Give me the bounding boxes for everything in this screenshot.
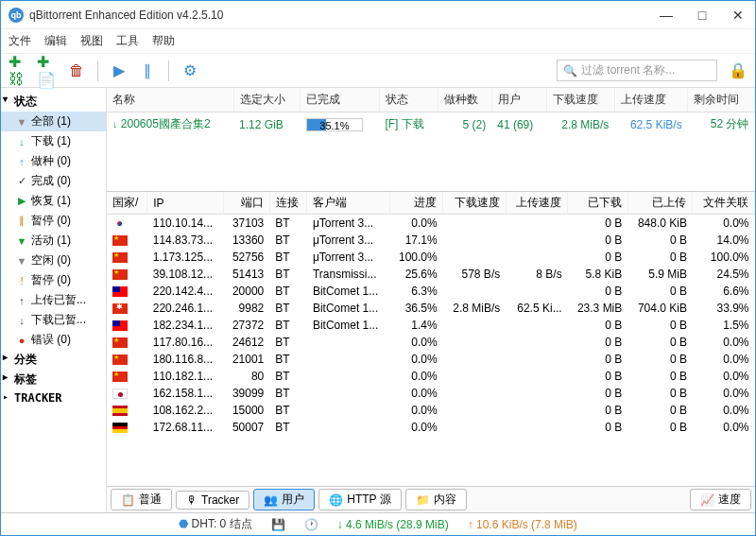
peer-row[interactable]: 114.83.73... 13360 BT μTorrent 3... 17.1… [107, 232, 755, 249]
th-done[interactable]: 已完成 [301, 88, 380, 112]
menu-help[interactable]: 帮助 [152, 33, 175, 49]
th-dlspeed[interactable]: 下载速度 [546, 88, 614, 112]
th-eta[interactable]: 剩余时间 [688, 88, 755, 112]
sidebar-group-tracker[interactable]: TRACKER [1, 389, 106, 406]
peer-row[interactable]: 220.142.4... 20000 BT BitComet 1... 6.3%… [107, 283, 755, 300]
torrent-status: [F] 下载 [379, 112, 438, 137]
th-dlspeed[interactable]: 下载速度 [443, 192, 507, 215]
close-button[interactable]: ✕ [729, 8, 747, 23]
torrent-row[interactable]: ↓ 200605國產合集2 1.12 GiB 35.1% [F] 下载 5 (2… [107, 112, 755, 137]
sidebar-group-category[interactable]: 分类 [1, 350, 106, 370]
th-country[interactable]: 国家/ [107, 192, 147, 215]
sidebar-item[interactable]: ∥暂停 (0) [1, 211, 106, 231]
resume-button[interactable]: ▶ [108, 60, 130, 82]
menu-file[interactable]: 文件 [9, 33, 31, 49]
peer-ulspeed [506, 317, 567, 334]
tab-tracker-label: Tracker [201, 493, 239, 507]
maximize-button[interactable]: □ [693, 8, 712, 23]
peer-row[interactable]: 108.162.2... 15000 BT 0.0% 0 B 0 B 0.0% [107, 402, 755, 419]
add-file-button[interactable]: ✚📄 [37, 60, 60, 82]
tab-speed[interactable]: 📈速度 [690, 489, 751, 510]
peer-conn: BT [269, 283, 307, 300]
search-icon: 🔍 [563, 64, 577, 78]
status-download[interactable]: ↓ 4.6 MiB/s (28.9 MiB) [337, 518, 449, 531]
tab-http[interactable]: 🌐HTTP 源 [318, 489, 401, 510]
menu-view[interactable]: 视图 [80, 33, 103, 49]
peer-row[interactable]: 172.68.11... 50007 BT 0.0% 0 B 0 B 0.0% [107, 419, 755, 436]
flag-icon [112, 423, 128, 433]
sidebar-item[interactable]: ✓完成 (0) [1, 171, 106, 191]
sidebar-item[interactable]: !暂停 (0) [1, 270, 106, 290]
peer-ulspeed [506, 351, 567, 368]
peer-row[interactable]: 110.10.14... 37103 BT μTorrent 3... 0.0%… [107, 215, 755, 233]
th-relevance[interactable]: 文件关联 [693, 192, 755, 215]
sidebar-item[interactable]: ●错误 (0) [1, 330, 106, 350]
lock-icon[interactable]: 🔒 [729, 61, 747, 79]
status-upload[interactable]: ↑ 10.6 KiB/s (7.8 MiB) [468, 518, 577, 531]
peer-row[interactable]: 110.182.1... 80 BT 0.0% 0 B 0 B 0.0% [107, 368, 755, 385]
status-dht[interactable]: ⬣ DHT: 0 结点 [179, 516, 251, 532]
filter-input[interactable]: 🔍 过滤 torrent 名称... [557, 60, 717, 81]
sidebar-item[interactable]: ▼活动 (1) [1, 231, 106, 251]
peer-uploaded: 0 B [627, 334, 693, 351]
peer-row[interactable]: 1.173.125... 52756 BT μTorrent 3... 100.… [107, 249, 755, 266]
tab-peers[interactable]: 👥用户 [253, 489, 315, 510]
th-progress[interactable]: 进度 [389, 192, 443, 215]
peer-row[interactable]: 220.246.1... 9982 BT BitComet 1... 36.5%… [107, 300, 755, 317]
th-conn[interactable]: 连接 [269, 192, 307, 215]
peer-progress: 0.0% [389, 385, 443, 402]
sidebar-group-status[interactable]: 状态 [1, 92, 106, 112]
peer-uploaded: 0 B [627, 351, 693, 368]
peer-row[interactable]: 39.108.12... 51413 BT Transmissi... 25.6… [107, 266, 755, 283]
th-peers[interactable]: 用户 [491, 88, 546, 112]
flag-icon [112, 337, 128, 348]
peer-row[interactable]: 117.80.16... 24612 BT 0.0% 0 B 0 B 0.0% [107, 334, 755, 351]
peer-row[interactable]: 180.116.8... 21001 BT 0.0% 0 B 0 B 0.0% [107, 351, 755, 368]
peer-row[interactable]: 182.234.1... 27372 BT BitComet 1... 1.4%… [107, 317, 755, 334]
status-icon: ▼ [16, 235, 27, 247]
sidebar-item-label: 下载已暂... [31, 312, 86, 328]
torrent-progress: 35.1% [301, 112, 380, 137]
th-status[interactable]: 状态 [379, 88, 438, 112]
app-logo-icon: qb [9, 8, 24, 23]
th-uploaded[interactable]: 已上传 [627, 192, 693, 215]
sidebar-item[interactable]: ↓下载 (1) [1, 131, 106, 151]
settings-button[interactable]: ⚙ [179, 60, 201, 82]
sidebar-item[interactable]: ↑做种 (0) [1, 151, 106, 171]
tab-general[interactable]: 📋普通 [111, 489, 172, 510]
sidebar-item[interactable]: ↑上传已暂... [1, 290, 106, 310]
delete-button[interactable]: 🗑 [65, 60, 88, 82]
th-client[interactable]: 客户端 [307, 192, 389, 215]
tab-content[interactable]: 📁内容 [405, 489, 467, 510]
th-ip[interactable]: IP [147, 192, 224, 215]
sidebar-item[interactable]: ▶恢复 (1) [1, 191, 106, 211]
th-seeds[interactable]: 做种数 [438, 88, 491, 112]
add-link-button[interactable]: ✚⛓ [9, 60, 31, 82]
status-icon: ! [16, 275, 27, 286]
peer-row[interactable]: 162.158.1... 39099 BT 0.0% 0 B 0 B 0.0% [107, 385, 755, 402]
pause-button[interactable]: ∥ [136, 60, 159, 82]
menu-tools[interactable]: 工具 [116, 33, 139, 49]
peer-flag [107, 419, 147, 436]
status-icon: ▶ [16, 195, 27, 207]
flag-icon [112, 218, 128, 229]
sidebar-item[interactable]: ▼空闲 (0) [1, 251, 106, 270]
sidebar: 状态 ▼全部 (1)↓下载 (1)↑做种 (0)✓完成 (0)▶恢复 (1)∥暂… [1, 88, 107, 512]
th-ulspeed[interactable]: 上传速度 [506, 192, 567, 215]
peer-progress: 0.0% [389, 351, 443, 368]
th-ulspeed[interactable]: 上传速度 [614, 88, 687, 112]
sidebar-group-tags[interactable]: 标签 [1, 370, 106, 389]
th-name[interactable]: 名称 [107, 88, 233, 112]
tab-tracker[interactable]: 🎙Tracker [176, 491, 249, 510]
peer-uploaded: 0 B [627, 249, 693, 266]
th-size[interactable]: 选定大小 [233, 88, 301, 112]
sidebar-item[interactable]: ▼全部 (1) [1, 112, 106, 131]
menu-edit[interactable]: 编辑 [44, 33, 67, 49]
th-port[interactable]: 端口 [224, 192, 270, 215]
peer-downloaded: 0 B [568, 317, 628, 334]
sidebar-item[interactable]: ↓下载已暂... [1, 310, 106, 330]
peer-relevance: 14.0% [693, 232, 755, 249]
th-downloaded[interactable]: 已下载 [568, 192, 628, 215]
info-icon: 📋 [121, 493, 135, 507]
minimize-button[interactable]: — [657, 8, 676, 23]
